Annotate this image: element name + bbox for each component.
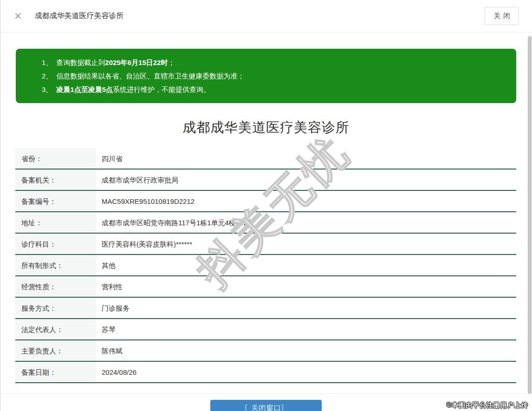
table-row-filing-authority: 备案机关： 成都市成华区行政审批局: [15, 170, 516, 191]
field-value: 其他: [96, 255, 516, 275]
field-label: 服务方式：: [15, 298, 96, 318]
dialog-header: ✕ 成都成华美道医疗美容诊所 关闭: [0, 0, 532, 33]
dialog-title: 成都成华美道医疗美容诊所: [35, 11, 124, 21]
field-label: 主要负责人：: [15, 340, 96, 361]
field-value: 门诊服务: [96, 298, 516, 318]
field-label: 地址：: [15, 212, 96, 233]
notice-line-3-post: 系统进行维护，不能提供查询。: [113, 85, 210, 93]
dialog-left-border: [0, 0, 0, 411]
field-value: 医疗美容科(美容皮肤科)******: [96, 234, 516, 254]
notice-line-1: 1、查询数据截止到2025年6月15日22时；: [42, 56, 507, 69]
page-title: 成都成华美道医疗美容诊所: [0, 118, 532, 137]
close-window-button[interactable]: 〖关闭窗口〗: [210, 400, 322, 411]
table-row-filing-number: 备案编号： MAC59XRE951010819D2212: [15, 191, 516, 212]
field-value: 营利性: [96, 276, 516, 297]
notice-line-1-bold: 2025年6月15日22时: [105, 59, 168, 66]
field-label: 备案机关：: [15, 170, 96, 190]
field-value: MAC59XRE951010819D2212: [96, 191, 516, 211]
field-label: 经营性质：: [15, 276, 96, 297]
close-button[interactable]: 关闭: [485, 7, 519, 25]
field-label: 备案日期：: [15, 362, 96, 382]
field-value: 2024/08/26: [96, 362, 516, 382]
notice-line-3-bold: 凌晨1点至凌晨5点: [56, 85, 113, 93]
notice-box: 1、查询数据截止到2025年6月15日22时； 2、信息数据结果以各省、自治区、…: [16, 49, 516, 103]
table-row-province: 省份： 四川省: [15, 148, 516, 170]
field-label: 省份：: [15, 148, 96, 169]
field-value: 成都市成华区昭觉寺南路117号1栋1单元4楼402号: [96, 212, 516, 233]
table-row-ownership-form: 所有制形式： 其他: [15, 255, 516, 276]
table-row-business-nature: 经营性质： 营利性: [15, 276, 516, 298]
field-value: 成都市成华区行政审批局: [96, 170, 516, 190]
notice-line-2-pre: 信息数据结果以各省、自治区、直辖市卫生健康委数据为准；: [56, 72, 244, 80]
close-x-icon[interactable]: ✕: [14, 11, 22, 21]
notice-line-1-pre: 查询数据截止到: [56, 59, 105, 66]
field-label: 所有制形式：: [15, 255, 96, 275]
notice-line-2: 2、信息数据结果以各省、自治区、直辖市卫生健康委数据为准；: [42, 69, 507, 83]
table-row-main-person-in-charge: 主要负责人： 陈伟斌: [15, 340, 516, 362]
table-row-legal-representative: 法定代表人： 苏琴: [15, 319, 516, 340]
field-label: 备案编号：: [15, 191, 96, 211]
field-label: 诊疗科目：: [15, 234, 96, 254]
table-row-service-mode: 服务方式： 门诊服务: [15, 298, 516, 319]
field-label: 法定代表人：: [15, 319, 96, 339]
scrollbar-track[interactable]: [527, 35, 532, 396]
notice-line-1-num: 1、: [42, 59, 52, 66]
notice-line-3: 3、凌晨1点至凌晨5点系统进行维护，不能提供查询。: [42, 83, 507, 96]
notice-line-3-num: 3、: [42, 85, 52, 93]
field-value: 苏琴: [96, 319, 516, 339]
table-row-treatment-subjects: 诊疗科目： 医疗美容科(美容皮肤科)******: [15, 234, 516, 255]
copyright-watermark: ©本图由平台注册用户上传: [447, 401, 528, 410]
scrollbar-thumb[interactable]: [528, 36, 532, 394]
table-row-address: 地址： 成都市成华区昭觉寺南路117号1栋1单元4楼402号: [15, 212, 516, 234]
field-value: 陈伟斌: [96, 340, 516, 361]
info-table: 省份： 四川省 备案机关： 成都市成华区行政审批局 备案编号： MAC59XRE…: [15, 148, 516, 383]
notice-line-1-post: ；: [168, 59, 175, 66]
field-value: 四川省: [96, 148, 516, 169]
table-row-filing-date: 备案日期： 2024/08/26: [15, 362, 516, 383]
notice-line-2-num: 2、: [42, 72, 52, 80]
